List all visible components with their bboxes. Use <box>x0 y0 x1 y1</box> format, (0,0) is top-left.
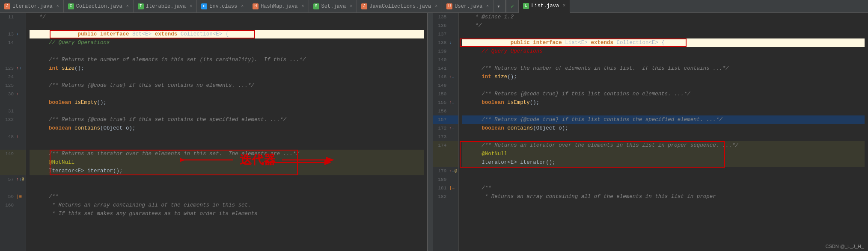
code-line <box>462 167 865 175</box>
right-gutter: 135 136 137 138 ↓ 139 <box>433 13 459 251</box>
down-icon[interactable]: ↓ <box>452 169 454 173</box>
tab-user[interactable]: U User.java × <box>442 0 493 13</box>
up-icon[interactable]: ↑ <box>449 75 451 79</box>
gutter-row: 156 <box>433 107 458 115</box>
right-code-area: 135 136 137 138 ↓ 139 <box>433 13 868 251</box>
down-icon[interactable]: ↓ <box>19 66 21 71</box>
gutter-row: 30 ↑ <box>0 90 26 98</box>
tab-iterator[interactable]: J Iterator.java × <box>0 0 64 13</box>
gutter-row: 137 <box>433 30 458 38</box>
code-line: public interface List<E> extends Collect… <box>462 38 865 47</box>
down-icon[interactable]: ↓ <box>452 100 454 105</box>
tab-close-user[interactable]: × <box>486 4 489 9</box>
code-line <box>30 21 424 30</box>
left-gutter: 11 13 ↓ 14 <box>0 13 26 251</box>
code-line: boolean isEmpty(); <box>462 98 865 107</box>
tab-close-env[interactable]: × <box>241 4 244 9</box>
tab-hashmap[interactable]: H HashMap.java × <box>248 0 309 13</box>
tab-icon-hashmap: H <box>253 3 259 9</box>
tab-close-set[interactable]: × <box>350 4 352 9</box>
tab-label-user: User.java <box>455 3 482 9</box>
code-line: // Query Operations <box>30 38 424 47</box>
down-icon[interactable]: ↓ <box>19 177 21 182</box>
up-icon[interactable]: ↑ <box>16 177 18 182</box>
code-line <box>30 184 424 192</box>
tab-icon-collection: C <box>68 3 74 9</box>
gutter-row: 180 <box>433 175 458 184</box>
gutter-row: 13 ↓ <box>0 30 26 38</box>
code-line: int size(); <box>462 73 865 81</box>
bookmark-icon[interactable]: @ <box>455 169 457 173</box>
code-line: /** Returns the number of elements in th… <box>462 64 865 73</box>
gutter-row <box>0 47 26 56</box>
tab-javacollections[interactable]: J JavaCollections.java × <box>357 0 442 13</box>
up-icon[interactable]: ↑ <box>449 126 451 130</box>
tab-label-set: Set.java <box>321 3 346 9</box>
code-line: @NotNull <box>462 150 865 158</box>
code-line: /** Returns an iterator over the element… <box>30 150 424 158</box>
gutter-row <box>0 124 26 133</box>
tab-collection[interactable]: C Collection.java × <box>64 0 134 13</box>
gutter-row: 136 <box>433 21 458 30</box>
code-line: /** Returns {@code true} if this set con… <box>30 115 424 124</box>
code-line <box>30 90 424 98</box>
tab-label-iterator: Iterator.java <box>12 3 53 9</box>
up-icon[interactable]: ↑ <box>16 66 18 71</box>
up-icon[interactable]: ↑ <box>16 92 18 96</box>
watermark: CSDN @_L_J_H_ <box>826 244 864 249</box>
tab-label-javacollections: JavaCollections.java <box>369 3 431 9</box>
up-icon[interactable]: ↑ <box>449 169 451 173</box>
tab-close-iterator[interactable]: × <box>56 4 59 9</box>
code-line: int size(); <box>30 64 424 73</box>
down-icon[interactable]: ↓ <box>449 41 451 45</box>
tab-icon-env: c <box>201 3 207 9</box>
tab-iterable[interactable]: I Iterable.java × <box>134 0 197 13</box>
gutter-row <box>0 141 26 150</box>
lambda-icon[interactable]: |≡ <box>449 186 455 191</box>
tab-icon-list: L <box>523 3 529 9</box>
tab-close-hashmap[interactable]: × <box>302 4 304 9</box>
tab-more-button[interactable]: ▾ <box>493 3 504 10</box>
gutter-row: 149 <box>433 81 458 90</box>
bookmark-icon[interactable]: @ <box>22 177 24 182</box>
tab-list[interactable]: L List.java × <box>519 0 570 13</box>
down-icon[interactable]: ↓ <box>452 126 454 130</box>
code-line <box>30 175 424 184</box>
tab-label-hashmap: HashMap.java <box>261 3 297 9</box>
tab-icon-user: U <box>446 3 452 9</box>
down-icon[interactable]: ↓ <box>452 75 454 79</box>
tab-set[interactable]: S Set.java × <box>309 0 357 13</box>
code-line: boolean contains(Object o); <box>462 124 865 133</box>
gutter-row: 150 <box>433 90 458 98</box>
tab-label-list: List.java <box>531 3 559 9</box>
gutter-row <box>0 167 26 175</box>
lambda-icon[interactable]: |≡ <box>16 194 22 199</box>
code-line <box>30 107 424 115</box>
code-line: boolean isEmpty(); <box>30 98 424 107</box>
code-line: Iterator<E> iterator(); <box>462 158 865 167</box>
code-line: * If this set makes any guarantees as to… <box>30 210 424 218</box>
gutter-row: 173 <box>433 133 458 141</box>
code-line: /** Returns {@code true} if this list co… <box>462 115 865 124</box>
down-icon[interactable]: ↓ <box>16 32 18 36</box>
tab-icon-iterator: J <box>4 3 10 9</box>
code-line: boolean contains(Object o); <box>30 124 424 133</box>
code-line <box>30 47 424 56</box>
code-line <box>30 73 424 81</box>
up-icon[interactable]: ↑ <box>449 100 451 105</box>
tab-env[interactable]: c Env.class × <box>197 0 248 13</box>
tab-close-iterable[interactable]: × <box>190 4 192 9</box>
gutter-row: 135 <box>433 13 458 21</box>
up-icon[interactable]: ↑ <box>16 135 18 139</box>
code-line <box>462 107 865 115</box>
gutter-row: 24 <box>0 73 26 81</box>
gutter-row <box>0 56 26 64</box>
tab-close-javacollections[interactable]: × <box>435 4 437 9</box>
tab-right-tick: ✓ <box>506 0 519 13</box>
tab-close-list[interactable]: × <box>563 3 565 8</box>
gutter-row: 181 |≡ <box>433 184 458 192</box>
gutter-row: 59 |≡ <box>0 192 26 201</box>
tab-close-collection[interactable]: × <box>126 4 129 9</box>
gutter-row: 11 <box>0 13 26 21</box>
gutter-row: 148 ↑ ↓ <box>433 73 458 81</box>
